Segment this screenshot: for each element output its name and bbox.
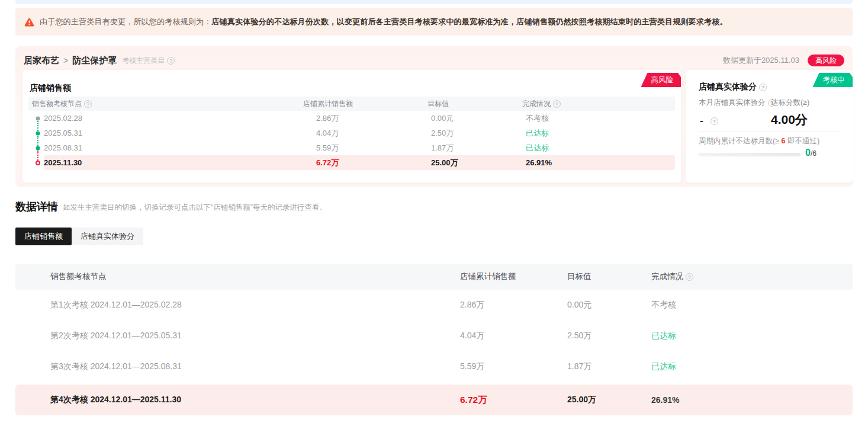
completion-status: 已达标 (526, 128, 675, 139)
cumulative-sales: 6.72万 (307, 158, 431, 168)
col-sales-label: 店铺累计销售额 (303, 99, 353, 109)
timeline-dot-current (36, 161, 40, 165)
cumulative-sales: 5.59万 (460, 361, 567, 372)
help-icon[interactable] (84, 100, 92, 108)
col-sales: 店铺累计销售额 (303, 99, 427, 109)
store-sales-card: 高风险 店铺销售额 销售额考核节点 店铺累计销售额 目标值 完成情况 2025.… (22, 70, 681, 182)
tab-experience-score[interactable]: 店铺真实体验分 (72, 228, 143, 245)
col-status-label: 完成情况 (651, 271, 683, 282)
progress-value: 0/6 (805, 148, 816, 158)
cumulative-sales: 4.04万 (307, 128, 431, 139)
assessment-overview-section: 居家布艺 > 防尘保护罩 考核主营类目 数据更新于2025.11.03 高风险 … (15, 46, 853, 187)
cycle-label-pre: 周期内累计不达标月数(≥ (699, 137, 782, 145)
divider (699, 132, 841, 132)
progress-current: 0 (805, 148, 811, 158)
completion-status: 已达标 (651, 331, 853, 341)
experience-score-card: 考核中 店铺真实体验分 本月店铺真实体验分 达标分数(≥) - 4.00分 周期… (686, 70, 853, 182)
col-node: 销售额考核节点 (50, 271, 460, 282)
cumulative-sales: 2.86万 (460, 300, 567, 310)
timeline-dot-green (36, 146, 40, 150)
timeline-dot-green (36, 131, 40, 135)
help-icon[interactable] (759, 84, 767, 91)
node-date: 2025.08.31 (44, 143, 307, 152)
cumulative-sales: 6.72万 (460, 394, 567, 406)
col-status-label: 完成情况 (522, 99, 551, 109)
warning-banner: 由于您的主营类目有变更，所以您的考核规则为：店铺真实体验分的不达标月份次数，以变… (15, 8, 853, 36)
experience-card-title-label: 店铺真实体验分 (699, 82, 757, 92)
current-score-label-text: 本月店铺真实体验分 (699, 98, 766, 108)
target-value: 25.00万 (431, 158, 526, 168)
timeline-row: 2025.08.31 5.59万 1.87万 已达标 (28, 140, 675, 155)
assessment-period: 第3次考核 2024.12.01—2025.08.31 (50, 361, 460, 372)
current-score-value: - (700, 115, 718, 127)
col-target: 目标值 (427, 99, 522, 109)
details-tabs: 店铺销售额 店铺真实体验分 (15, 228, 143, 245)
cumulative-sales: 4.04万 (460, 331, 567, 341)
node-date: 2025.05.31 (44, 129, 307, 137)
warning-text-prefix: 由于您的主营类目有变更，所以您的考核规则为： (40, 17, 211, 26)
target-value: 25.00万 (567, 395, 651, 405)
cycle-label-post: 即不通过) (785, 137, 819, 145)
table-row[interactable]: 第1次考核 2024.12.01—2025.02.28 2.86万 0.00元 … (15, 290, 853, 321)
current-score-dash: - (700, 115, 703, 127)
table-row-current[interactable]: 第4次考核 2024.12.01—2025.11.30 6.72万 25.00万… (15, 385, 853, 415)
target-value: 2.50万 (431, 128, 526, 139)
breadcrumb-parent-category[interactable]: 居家布艺 (24, 55, 59, 66)
col-status: 完成情况 (522, 99, 675, 109)
sales-timeline-table: 销售额考核节点 店铺累计销售额 目标值 完成情况 2025.02.28 2.86… (28, 97, 675, 170)
target-value: 0.00元 (431, 113, 526, 124)
assessing-ribbon: 考核中 (813, 73, 853, 87)
cycle-fail-months-label: 周期内累计不达标月数(≥ 6 即不通过) (699, 136, 819, 146)
experience-card-title: 店铺真实体验分 (699, 82, 767, 92)
category-note-label: 考核主营类目 (122, 56, 165, 66)
completion-status: 已达标 (526, 143, 675, 153)
col-target: 目标值 (567, 271, 651, 282)
warning-text-bold: 店铺真实体验分的不达标月份次数，以变更前后各主营类目考核要求中的最宽标准为准，店… (211, 17, 727, 26)
breadcrumb-separator: > (63, 56, 68, 65)
page: 由于您的主营类目有变更，所以您的考核规则为：店铺真实体验分的不达标月份次数，以变… (0, 0, 868, 426)
details-header: 数据详情 如发生主营类目的切换，切换记录可点击以下“店铺销售额”每天的记录进行查… (15, 200, 327, 214)
timeline-connector (32, 126, 44, 140)
detail-table-header: 销售额考核节点 店铺累计销售额 目标值 完成情况 (15, 264, 853, 290)
completion-status: 26.91% (526, 158, 675, 167)
sales-table-header: 销售额考核节点 店铺累计销售额 目标值 完成情况 (28, 97, 675, 111)
details-title: 数据详情 (15, 200, 58, 214)
assessment-period: 第1次考核 2024.12.01—2025.02.28 (50, 300, 460, 310)
sales-card-title: 店铺销售额 (30, 83, 71, 94)
breadcrumb-row: 居家布艺 > 防尘保护罩 考核主营类目 数据更新于2025.11.03 高风险 (24, 54, 844, 67)
col-node-label: 销售额考核节点 (32, 99, 82, 109)
data-updated-text: 数据更新于2025.11.03 (723, 55, 799, 66)
help-icon[interactable] (686, 273, 693, 281)
warning-text: 由于您的主营类目有变更，所以您的考核规则为：店铺真实体验分的不达标月份次数，以变… (40, 17, 728, 27)
cumulative-sales: 5.59万 (307, 143, 431, 153)
timeline-connector (32, 140, 44, 155)
help-icon[interactable] (553, 100, 561, 108)
node-date: 2025.11.30 (44, 158, 307, 167)
timeline-row-current: 2025.11.30 6.72万 25.00万 26.91% (28, 155, 675, 170)
timeline-row: 2025.02.28 2.86万 0.00元 不考核 (28, 111, 675, 126)
tab-store-sales[interactable]: 店铺销售额 (15, 228, 72, 245)
timeline-dot-gray (36, 116, 40, 120)
category-note: 考核主营类目 (122, 56, 175, 66)
detail-table: 销售额考核节点 店铺累计销售额 目标值 完成情况 第1次考核 2024.12.0… (15, 264, 853, 415)
risk-level-badge: 高风险 (808, 55, 844, 66)
node-date: 2025.02.28 (44, 114, 307, 123)
table-row[interactable]: 第2次考核 2024.12.01—2025.05.31 4.04万 2.50万 … (15, 321, 853, 351)
completion-status: 不考核 (651, 300, 853, 310)
col-node: 销售额考核节点 (32, 99, 303, 109)
breadcrumb-current-category: 防尘保护罩 (72, 55, 117, 66)
col-status: 完成情况 (651, 271, 853, 282)
help-icon[interactable] (711, 117, 718, 125)
col-target-label: 目标值 (427, 99, 449, 109)
table-row[interactable]: 第3次考核 2024.12.01—2025.08.31 5.59万 1.87万 … (15, 351, 853, 382)
current-score-label: 本月店铺真实体验分 (699, 98, 776, 108)
top-info-strip (15, 0, 853, 4)
help-icon[interactable] (167, 57, 175, 65)
timeline-connector (32, 155, 44, 170)
completion-status: 不考核 (526, 113, 675, 124)
target-value: 1.87万 (431, 143, 526, 153)
timeline-row: 2025.05.31 4.04万 2.50万 已达标 (28, 126, 675, 140)
details-subtitle: 如发生主营类目的切换，切换记录可点击以下“店铺销售额”每天的记录进行查看。 (63, 203, 327, 214)
col-sales: 店铺累计销售额 (460, 271, 567, 282)
target-value: 0.00元 (567, 300, 651, 310)
